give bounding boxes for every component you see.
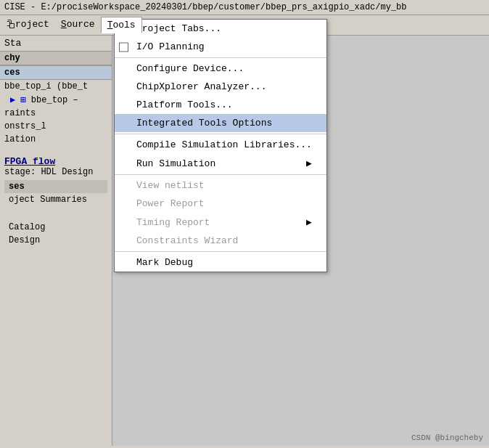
separator-4	[115, 251, 326, 252]
fpga-flow-label: FPGA flow	[4, 156, 107, 167]
sources-section[interactable]: ces	[0, 65, 112, 80]
stage-text: stage: HDL Design	[4, 167, 107, 177]
left-panel: Sta chy ces bbe_top_i (bbe_t ▶ ⊞ bbe_top…	[0, 36, 112, 446]
spacer	[4, 206, 107, 221]
dropdown-run-simulation[interactable]: Run Simulation ▶	[115, 154, 326, 173]
dropdown-project-tabs[interactable]: ✓ Project Tabs...	[115, 20, 326, 38]
dropdown-platform-tools[interactable]: Platform Tools...	[115, 96, 326, 114]
design-item: Design	[4, 234, 107, 247]
catalog-item: Catalog	[4, 221, 107, 234]
menu-project[interactable]: 𝠵roject	[0, 17, 55, 33]
separator-2	[115, 134, 326, 134]
checkbox-io-planning	[119, 42, 128, 52]
dropdown-integrated-tools[interactable]: Integrated Tools Options	[115, 114, 326, 132]
sta-label: Sta	[0, 36, 112, 51]
tools-dropdown: ✓ Project Tabs... I/O Planning Configure…	[114, 19, 327, 272]
dropdown-mark-debug[interactable]: Mark Debug	[115, 253, 326, 272]
tree-constrs: onstrs_l	[0, 120, 112, 133]
dropdown-configure-device[interactable]: Configure Device...	[115, 60, 326, 78]
menu-source-label: Source	[61, 19, 95, 30]
menu-source[interactable]: Source	[55, 17, 101, 33]
title-text: CISE - E:/prociseWorkspace_20240301/bbep…	[4, 2, 407, 12]
tree-constraints: raints	[0, 107, 112, 120]
run-sim-arrow: ▶	[292, 158, 312, 169]
tree-simulation: lation	[0, 133, 112, 146]
left-bottom: FPGA flow stage: HDL Design ses oject Su…	[0, 153, 112, 250]
ses-section: ses	[4, 180, 107, 193]
tree-bbe-top: bbe_top_i (bbe_t	[0, 80, 112, 93]
tree-bbe-top2: ▶ ⊞ bbe_top –	[0, 93, 112, 107]
watermark: CSDN @bingcheby	[411, 433, 483, 442]
dropdown-power-report: Power Report	[115, 195, 326, 213]
hierarchy-section[interactable]: chy	[0, 51, 112, 65]
project-summaries-item: oject Summaries	[4, 193, 107, 206]
dropdown-io-planning[interactable]: I/O Planning	[115, 38, 326, 56]
menu-tools[interactable]: Tools	[101, 17, 142, 33]
dropdown-view-netlist: View netlist	[115, 176, 326, 195]
dropdown-timing-report: Timing Report ▶	[115, 213, 326, 232]
menu-tools-label: Tools	[107, 20, 136, 30]
title-bar: CISE - E:/prociseWorkspace_20240301/bbep…	[0, 0, 489, 15]
menu-project-label: 𝠵roject	[6, 19, 49, 30]
dropdown-constraints-wizard: Constraints Wizard	[115, 232, 326, 250]
timing-arrow: ▶	[292, 216, 312, 228]
dropdown-compile-sim[interactable]: Compile Simulation Libraries...	[115, 136, 326, 154]
dropdown-chipxplorer[interactable]: ChipXplorer Analyzer...	[115, 78, 326, 96]
separator-3	[115, 174, 326, 175]
separator-1	[115, 57, 326, 58]
